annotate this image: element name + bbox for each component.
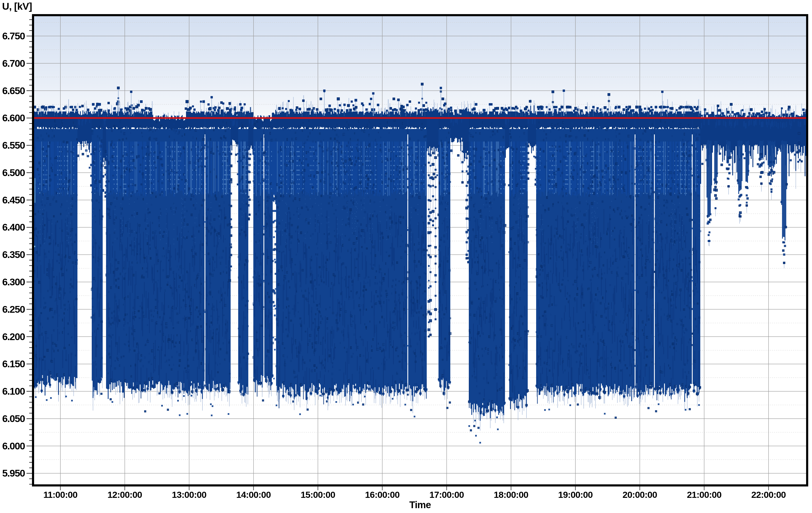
x-tick-label-13:00:00: 13:00:00 <box>155 489 223 500</box>
y-tick-label-6.400: 6.400 <box>0 222 25 233</box>
y-tick-label-5.950: 5.950 <box>0 468 25 479</box>
y-tick-label-6.450: 6.450 <box>0 195 25 205</box>
x-tick-label-17:00:00: 17:00:00 <box>413 489 481 500</box>
y-tick-label-6.200: 6.200 <box>0 331 25 342</box>
y-tick-label-6.600: 6.600 <box>0 113 25 123</box>
x-tick-label-16:00:00: 16:00:00 <box>349 489 416 500</box>
y-tick-label-6.750: 6.750 <box>0 31 25 41</box>
y-tick-label-6.500: 6.500 <box>0 167 25 178</box>
y-tick-label-6.350: 6.350 <box>0 249 25 260</box>
x-tick-label-21:00:00: 21:00:00 <box>671 489 738 500</box>
y-tick-label-6.100: 6.100 <box>0 386 25 397</box>
x-tick-label-18:00:00: 18:00:00 <box>477 489 545 500</box>
y-tick-label-6.650: 6.650 <box>0 85 25 96</box>
x-tick-label-11:00:00: 11:00:00 <box>27 489 94 500</box>
y-tick-label-6.150: 6.150 <box>0 359 25 369</box>
y-tick-label-6.700: 6.700 <box>0 58 25 69</box>
y-tick-label-6.050: 6.050 <box>0 413 25 424</box>
voltage-time-chart: U, [kV] Time 6.7506.7006.6506.6006.5506.… <box>0 0 812 513</box>
y-axis-title: U, [kV] <box>2 0 32 12</box>
x-tick-label-19:00:00: 19:00:00 <box>542 489 609 500</box>
x-tick-label-14:00:00: 14:00:00 <box>220 489 287 500</box>
y-tick-label-6.250: 6.250 <box>0 304 25 315</box>
x-axis-title: Time <box>386 499 454 511</box>
x-tick-label-12:00:00: 12:00:00 <box>91 489 158 500</box>
x-tick-label-22:00:00: 22:00:00 <box>735 489 802 500</box>
y-tick-label-6.000: 6.000 <box>0 441 25 451</box>
x-tick-label-20:00:00: 20:00:00 <box>606 489 673 500</box>
x-tick-label-15:00:00: 15:00:00 <box>284 489 352 500</box>
y-tick-label-6.550: 6.550 <box>0 140 25 151</box>
plot-area-canvas[interactable] <box>0 0 812 513</box>
y-tick-label-6.300: 6.300 <box>0 277 25 287</box>
